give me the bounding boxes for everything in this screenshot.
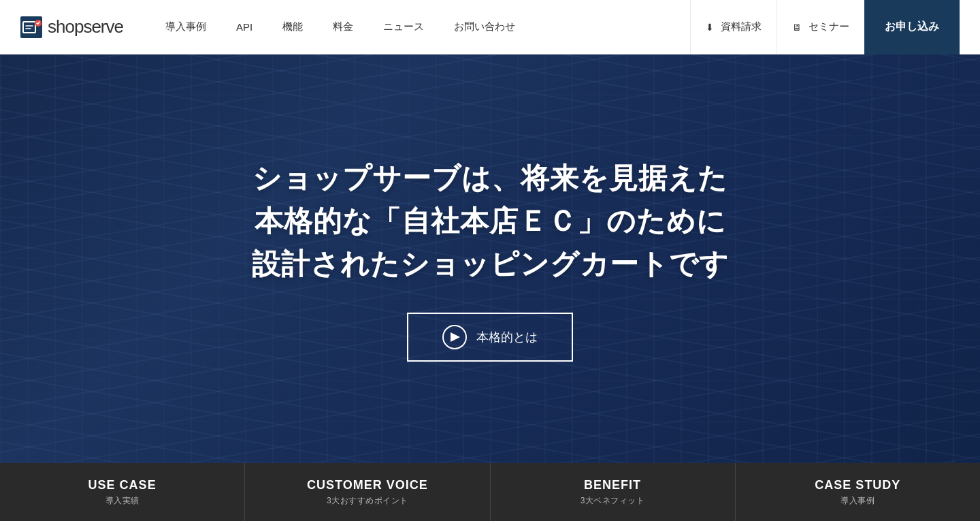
nav-item-news[interactable]: ニュース [368,0,439,54]
hero-section: ショップサーブは、将来を見据えた 本格的な「自社本店ＥＣ」のために 設計されたシ… [0,54,980,463]
bottom-tabs: USE CASE 導入実績 CUSTOMER VOICE 3大おすすめポイント … [0,463,980,521]
hero-title: ショップサーブは、将来を見据えた 本格的な「自社本店ＥＣ」のために 設計されたシ… [252,157,729,285]
download-icon [706,21,717,33]
apply-button[interactable]: お申し込み [864,0,960,54]
nav-item-contact[interactable]: お問い合わせ [439,0,530,54]
tab-case-study-subtitle: 導入事例 [840,495,875,507]
logo-icon [20,16,42,38]
tab-use-case-title: USE CASE [88,478,157,492]
hero-button-label: 本格的とは [476,329,538,345]
monitor-icon [792,21,804,33]
logo-link[interactable]: shopserve [20,16,123,38]
seminar-label: セミナー [808,20,849,33]
tab-customer-voice-subtitle: 3大おすすめポイント [327,495,408,507]
tab-benefit[interactable]: BENEFIT 3大ベネフィット [491,463,736,521]
tab-customer-voice[interactable]: CUSTOMER VOICE 3大おすすめポイント [245,463,490,521]
tab-benefit-title: BENEFIT [584,478,641,492]
hero-play-button[interactable]: 本格的とは [407,313,573,362]
site-header: shopserve 導入事例 API 機能 料金 ニュース お問い合わせ 資料請… [0,0,980,54]
play-icon [442,325,467,349]
download-label: 資料請求 [721,20,762,33]
nav-item-features[interactable]: 機能 [267,0,318,54]
tab-use-case[interactable]: USE CASE 導入実績 [0,463,245,521]
nav-action-download[interactable]: 資料請求 [690,0,777,54]
play-triangle [451,332,460,342]
main-nav: 導入事例 API 機能 料金 ニュース お問い合わせ [150,0,690,54]
hero-content: ショップサーブは、将来を見据えた 本格的な「自社本店ＥＣ」のために 設計されたシ… [252,157,729,362]
logo-text: shopserve [48,16,123,37]
nav-item-case[interactable]: 導入事例 [150,0,221,54]
tab-benefit-subtitle: 3大ベネフィット [581,495,645,507]
tab-case-study-title: CASE STUDY [815,478,900,492]
nav-action-seminar[interactable]: セミナー [777,0,864,54]
nav-item-api[interactable]: API [221,0,267,54]
tab-customer-voice-title: CUSTOMER VOICE [307,478,428,492]
tab-use-case-subtitle: 導入実績 [105,495,140,507]
nav-item-pricing[interactable]: 料金 [318,0,368,54]
tab-case-study[interactable]: CASE STUDY 導入事例 [736,463,980,521]
